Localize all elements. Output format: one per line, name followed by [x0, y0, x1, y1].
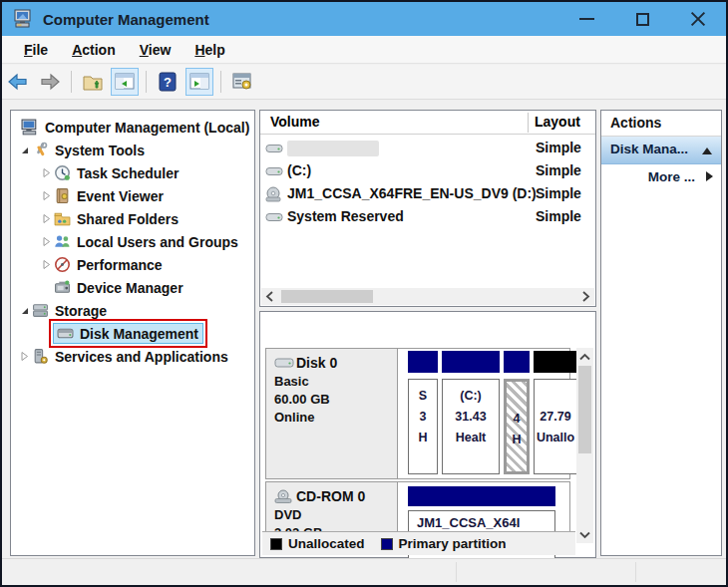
- tree-item-task-scheduler[interactable]: Task Scheduler: [11, 161, 254, 184]
- action-pane-icon: [188, 71, 210, 93]
- column-header-volume[interactable]: Volume: [270, 114, 320, 130]
- collapsed-arrow-icon[interactable]: [39, 190, 53, 202]
- tree-item-performance[interactable]: Performance: [11, 253, 254, 276]
- partition-label: [507, 388, 527, 409]
- primary-partition-bar: [408, 351, 438, 373]
- close-button[interactable]: [670, 2, 726, 36]
- console-tree-icon: [114, 71, 136, 93]
- cdrom0-type: DVD: [274, 507, 389, 522]
- disk-volume-icon: [265, 209, 283, 225]
- vertical-scrollbar[interactable]: [576, 348, 593, 543]
- scroll-left-icon[interactable]: [261, 288, 278, 305]
- tree-item-label: Device Manager: [77, 280, 183, 296]
- minimize-button[interactable]: [558, 2, 614, 36]
- volume-layout: Simple: [536, 162, 581, 178]
- collapsed-arrow-icon[interactable]: [39, 167, 53, 179]
- disk-volume-icon: [265, 141, 283, 156]
- actions-more-item[interactable]: More ...: [601, 164, 721, 190]
- actions-disk-management-section[interactable]: Disk Mana...: [601, 137, 721, 164]
- tree-item-event-viewer[interactable]: Event Viewer: [11, 184, 254, 207]
- scrollbar-thumb[interactable]: [578, 366, 591, 453]
- device-manager-icon: [53, 279, 72, 296]
- tree-item-device-manager[interactable]: Device Manager: [11, 276, 254, 299]
- disk0-name: Disk 0: [296, 355, 337, 371]
- collapse-section-icon[interactable]: [702, 147, 712, 154]
- show-console-tree-button[interactable]: [111, 68, 139, 96]
- menu-view[interactable]: View: [131, 39, 181, 61]
- collapsed-arrow-icon[interactable]: [39, 259, 53, 271]
- actions-panel-title: Actions: [601, 111, 721, 137]
- partition-size: 31.43: [443, 407, 499, 428]
- toolbar-separator: [146, 71, 147, 93]
- expanded-arrow-icon[interactable]: [17, 145, 31, 156]
- collapsed-arrow-icon[interactable]: [17, 351, 31, 363]
- tree-item-services-and-applications[interactable]: Services and Applications: [11, 345, 254, 368]
- primary-partition-bar: [442, 351, 500, 373]
- column-header-layout[interactable]: Layout: [535, 114, 580, 130]
- show-action-pane-button[interactable]: [185, 68, 213, 96]
- volume-layout: Simple: [536, 185, 581, 201]
- disk-graphical-view-panel: Disk 0 Basic 60.00 GB Online S 3 H (C:) …: [259, 311, 596, 558]
- statusbar-divider: [456, 562, 457, 582]
- tree-item-label: Services and Applications: [55, 349, 228, 365]
- partition-status: H: [507, 430, 527, 450]
- collapsed-arrow-icon[interactable]: [39, 236, 53, 248]
- actions-more-label: More ...: [648, 169, 695, 184]
- menu-action[interactable]: Action: [63, 39, 125, 61]
- no-arrow-spacer: [39, 328, 53, 340]
- partition-system-reserved[interactable]: S 3 H: [408, 351, 438, 474]
- users-icon: [53, 233, 72, 250]
- menu-help[interactable]: Help: [185, 39, 233, 61]
- system-tools-icon: [31, 142, 50, 158]
- menu-file[interactable]: File: [15, 39, 57, 61]
- maximize-button[interactable]: [614, 2, 670, 36]
- partition-legend: Unallocated Primary partition: [262, 531, 575, 555]
- tree-item-shared-folders[interactable]: Shared Folders: [11, 207, 254, 230]
- shared-folders-icon: [53, 210, 72, 227]
- column-divider[interactable]: [528, 113, 529, 133]
- disk-management-selection-highlight[interactable]: Disk Management: [53, 323, 203, 344]
- help-button[interactable]: ?: [154, 68, 182, 96]
- actions-panel: Actions Disk Mana... More ...: [600, 110, 722, 556]
- expanded-arrow-icon[interactable]: [17, 305, 31, 317]
- services-icon: [31, 348, 50, 365]
- volume-row[interactable]: System Reserved Simple: [260, 206, 595, 229]
- volume-list-header: Volume Layout: [260, 111, 595, 135]
- partition-status: Healt: [443, 428, 499, 448]
- volume-row[interactable]: JM1_CCSA_X64FRE_EN-US_DV9 (D:) Simple: [260, 183, 595, 206]
- partition-label: [535, 386, 576, 407]
- computer-icon: [21, 119, 40, 136]
- partition-recovery-selected[interactable]: 4 H: [504, 351, 530, 474]
- back-button[interactable]: [4, 68, 32, 96]
- volume-row[interactable]: Simple: [260, 138, 595, 160]
- disk-drive-icon: [274, 356, 294, 370]
- up-one-level-button[interactable]: [79, 68, 107, 96]
- disk0-info-box[interactable]: Disk 0 Basic 60.00 GB Online: [266, 349, 398, 478]
- minimize-icon: [579, 18, 594, 20]
- forward-button[interactable]: [36, 68, 64, 96]
- tree-item-local-users-and-groups[interactable]: Local Users and Groups: [11, 230, 254, 253]
- taskpad-gear-icon: [230, 70, 254, 94]
- tree-item-disk-management[interactable]: Disk Management: [11, 322, 254, 345]
- volume-row[interactable]: (C:) Simple: [260, 160, 595, 183]
- new-taskpad-view-button[interactable]: [228, 68, 256, 96]
- toolbar-separator: [220, 71, 221, 93]
- partition-status: H: [409, 428, 437, 448]
- volume-name: JM1_CCSA_X64FRE_EN-US_DV9 (D:): [287, 185, 537, 201]
- tree-item-label: Computer Management (Local): [45, 120, 249, 136]
- collapsed-arrow-icon[interactable]: [39, 213, 53, 225]
- scroll-down-icon[interactable]: [576, 526, 593, 543]
- scroll-right-icon[interactable]: [577, 288, 594, 305]
- tree-item-system-tools[interactable]: System Tools: [11, 139, 254, 161]
- horizontal-scrollbar[interactable]: [261, 288, 594, 305]
- tree-item-storage[interactable]: Storage: [11, 299, 254, 322]
- partition-status: Unallo: [535, 428, 576, 448]
- partition-c-drive[interactable]: (C:) 31.43 Healt: [442, 351, 500, 474]
- partition-unallocated[interactable]: 27.79 Unallo: [534, 351, 577, 474]
- unallocated-swatch: [270, 538, 282, 550]
- back-icon: [6, 70, 30, 94]
- help-icon: ?: [157, 71, 179, 93]
- tree-item-computer-management-local[interactable]: Computer Management (Local): [11, 116, 254, 139]
- scrollbar-thumb[interactable]: [281, 290, 373, 303]
- scroll-up-icon[interactable]: [576, 348, 593, 365]
